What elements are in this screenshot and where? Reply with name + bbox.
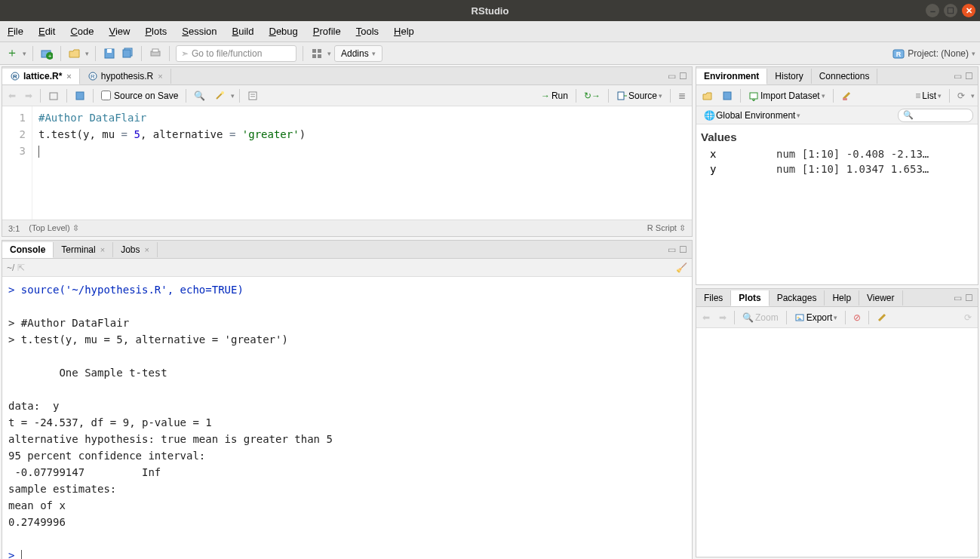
source-button[interactable]: Source ▾ — [613, 89, 665, 103]
env-toolbar: Import Dataset ▾ ≡ List ▾ ⟳ ▾ — [696, 85, 978, 106]
back-button[interactable]: ⬅ — [5, 89, 19, 103]
show-in-new-window-button[interactable] — [45, 89, 62, 103]
menu-session[interactable]: Session — [182, 26, 217, 37]
save-button[interactable] — [102, 46, 117, 61]
refresh-plot-button[interactable]: ⟳ — [961, 311, 975, 324]
env-row[interactable]: x num [1:10] -0.408 -2.13… — [701, 146, 973, 161]
tab-plots[interactable]: Plots — [731, 290, 769, 306]
window-maximize-button[interactable]: ☐ — [944, 4, 957, 17]
tab-packages[interactable]: Packages — [770, 290, 825, 306]
window-minimize-button[interactable]: ‒ — [926, 4, 939, 17]
env-row[interactable]: y num [1:10] 1.0347 1.653… — [701, 161, 973, 177]
menu-edit[interactable]: Edit — [38, 26, 55, 37]
import-dataset-button[interactable]: Import Dataset ▾ — [745, 89, 828, 103]
pane-maximize-icon[interactable]: ☐ — [965, 293, 973, 303]
save-workspace-button[interactable] — [719, 89, 736, 103]
svg-rect-9 — [312, 49, 316, 53]
svg-text:R: R — [91, 73, 95, 80]
tab-connections[interactable]: Connections — [812, 69, 878, 84]
scope-indicator[interactable]: (Top Level) ⇳ — [29, 223, 78, 233]
save-source-button[interactable] — [72, 89, 88, 103]
file-type-indicator[interactable]: R Script ⇳ — [647, 223, 686, 233]
menu-view[interactable]: View — [109, 26, 130, 37]
menu-help[interactable]: Help — [394, 26, 414, 37]
svg-text:R: R — [896, 51, 902, 58]
clear-env-button[interactable] — [838, 89, 855, 103]
pane-maximize-icon[interactable]: ☐ — [965, 71, 973, 81]
close-tab-icon[interactable]: × — [145, 245, 149, 254]
rerun-button[interactable]: ↻→ — [581, 89, 604, 103]
menu-code[interactable]: Code — [70, 26, 94, 37]
menu-debug[interactable]: Debug — [269, 26, 298, 37]
code-content[interactable]: #Author DataFlair t.test(y, mu = 5, alte… — [32, 106, 692, 220]
cursor-position: 3:1 — [8, 224, 20, 233]
menu-file[interactable]: File — [8, 26, 23, 37]
plot-prev-button[interactable]: ⬅ — [699, 311, 713, 324]
tab-environment[interactable]: Environment — [696, 69, 767, 84]
clear-plots-button[interactable] — [874, 311, 890, 324]
clear-console-icon[interactable]: 🧹 — [676, 263, 687, 273]
pane-maximize-icon[interactable]: ☐ — [679, 71, 687, 81]
new-file-button[interactable]: ＋ — [5, 46, 20, 61]
source-on-save-checkbox[interactable]: Source on Save — [98, 89, 181, 103]
working-dir-popout-icon[interactable]: ⇱ — [17, 263, 25, 273]
window-title: RStudio — [472, 5, 509, 17]
tab-jobs[interactable]: Jobs× — [113, 242, 158, 257]
find-replace-button[interactable]: 🔍 — [191, 89, 208, 103]
menu-profile[interactable]: Profile — [313, 26, 341, 37]
zoom-icon: 🔍 — [742, 312, 754, 323]
open-file-button[interactable] — [67, 46, 82, 61]
pane-minimize-icon[interactable]: ▭ — [668, 71, 676, 81]
svg-rect-19 — [50, 93, 57, 100]
console-output[interactable]: > source('~/hypothesis.R', echo=TRUE) > … — [2, 277, 692, 559]
close-tab-icon[interactable]: × — [158, 72, 162, 81]
remove-plot-button[interactable]: ⊘ — [850, 311, 864, 324]
plot-next-button[interactable]: ➡ — [716, 311, 730, 324]
tab-viewer[interactable]: Viewer — [859, 290, 902, 306]
plots-toolbar: ⬅ ➡ 🔍 Zoom Export ▾ ⊘ ⟳ — [696, 307, 978, 328]
save-all-button[interactable] — [120, 46, 135, 61]
tab-lattice[interactable]: R lattice.R* × — [2, 69, 80, 84]
zoom-button[interactable]: 🔍 Zoom — [739, 311, 782, 324]
tab-terminal[interactable]: Terminal× — [54, 242, 113, 257]
export-button[interactable]: Export ▾ — [791, 311, 841, 324]
env-body: Values x num [1:10] -0.408 -2.13… y num … — [696, 124, 978, 180]
outline-button[interactable]: ≣ — [675, 89, 689, 103]
pane-minimize-icon[interactable]: ▭ — [668, 244, 676, 255]
pane-minimize-icon[interactable]: ▭ — [954, 71, 962, 81]
tab-console[interactable]: Console — [2, 242, 54, 258]
view-mode-button[interactable]: ≡ List ▾ — [912, 89, 945, 103]
env-search-input[interactable]: 🔍 — [898, 109, 973, 122]
window-close-button[interactable]: ✕ — [962, 4, 975, 17]
tab-files[interactable]: Files — [696, 290, 731, 306]
viewer-pane: Files Plots Packages Help Viewer ▭ ☐ ⬅ ➡… — [696, 288, 978, 557]
addins-button[interactable]: Addins ▾ — [334, 45, 382, 62]
menu-build[interactable]: Build — [232, 26, 254, 37]
project-selector[interactable]: R Project: (None) ▾ — [892, 48, 975, 60]
new-project-button[interactable]: + — [39, 46, 54, 61]
close-tab-icon[interactable]: × — [66, 72, 71, 81]
load-workspace-button[interactable] — [699, 89, 716, 103]
env-section-heading: Values — [701, 127, 973, 146]
wand-button[interactable] — [211, 89, 228, 103]
run-button[interactable]: →Run — [538, 89, 571, 103]
close-tab-icon[interactable]: × — [100, 245, 105, 254]
scope-selector[interactable]: 🌐 Global Environment ▾ — [701, 109, 803, 122]
print-button[interactable] — [148, 46, 163, 61]
pane-maximize-icon[interactable]: ☐ — [679, 244, 687, 255]
menu-tools[interactable]: Tools — [356, 26, 379, 37]
goto-file-input[interactable]: ➣ Go to file/function — [176, 45, 296, 62]
svg-rect-4 — [107, 49, 112, 53]
tab-hypothesis[interactable]: R hypothesis.R × — [80, 69, 171, 84]
tab-help[interactable]: Help — [825, 290, 859, 306]
compile-report-button[interactable] — [244, 89, 261, 103]
menu-plots[interactable]: Plots — [145, 26, 167, 37]
refresh-env-button[interactable]: ⟳ — [954, 89, 968, 103]
tab-history[interactable]: History — [767, 69, 811, 84]
grid-view-button[interactable] — [309, 46, 324, 61]
svg-rect-20 — [76, 92, 84, 100]
fwd-button[interactable]: ➡ — [22, 89, 35, 103]
editor-status-bar: 3:1 (Top Level) ⇳ R Script ⇳ — [2, 220, 692, 236]
pane-minimize-icon[interactable]: ▭ — [954, 293, 962, 303]
code-editor[interactable]: 1 2 3 #Author DataFlair t.test(y, mu = 5… — [2, 106, 692, 220]
